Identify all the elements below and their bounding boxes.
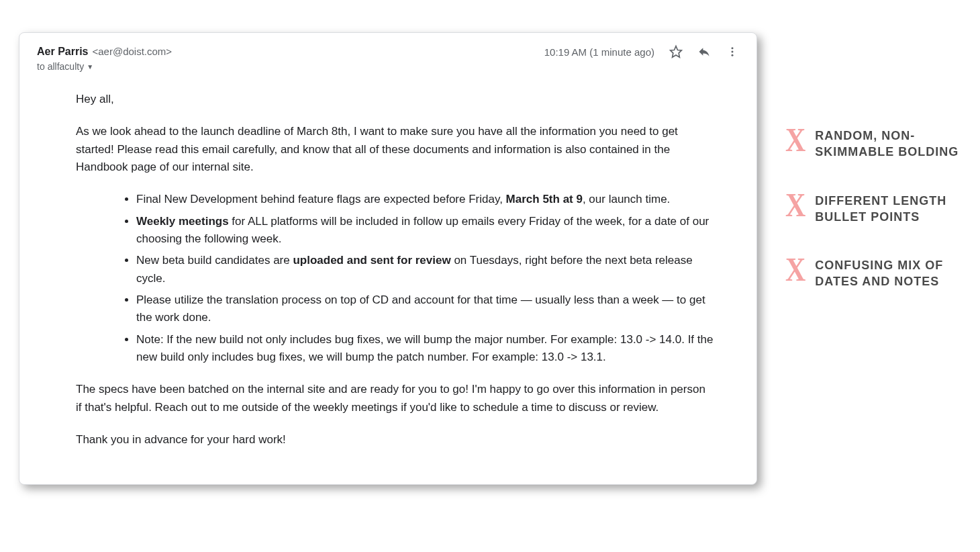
to-recipient: allfaculty xyxy=(48,61,84,72)
annotation-text: Different length bullet points xyxy=(815,193,967,226)
bullet-text: New beta build candidates are xyxy=(136,254,293,267)
svg-point-1 xyxy=(732,47,734,49)
intro-paragraph: As we look ahead to the launch deadline … xyxy=(76,123,714,176)
bullet-bold: March 5th at 9 xyxy=(506,193,583,205)
svg-point-2 xyxy=(732,51,734,53)
sender-name: Aer Parris xyxy=(37,46,89,58)
sender-email: <aer@doist.com> xyxy=(93,46,173,57)
x-mark-icon: X xyxy=(785,125,805,155)
x-mark-icon: X xyxy=(785,255,805,285)
reply-icon[interactable] xyxy=(697,45,711,58)
to-prefix: to xyxy=(37,61,45,72)
timestamp: 10:19 AM (1 minute ago) xyxy=(544,46,654,58)
annotation-text: Confusing mix of dates and notes xyxy=(815,257,967,290)
header-actions: 10:19 AM (1 minute ago) xyxy=(544,45,739,58)
annotation-item: X Random, non-skimmable bolding xyxy=(785,128,967,160)
list-item: Please utilize the translation process o… xyxy=(136,291,714,327)
annotation-item: X Different length bullet points xyxy=(785,193,967,226)
to-line[interactable]: to allfaculty ▼ xyxy=(37,61,739,72)
email-body: Hey all, As we look ahead to the launch … xyxy=(37,72,739,449)
bullet-bold: uploaded and sent for review xyxy=(293,254,450,267)
annotation-text: Random, non-skimmable bolding xyxy=(815,128,967,160)
bullet-list: Final New Development behind feature fla… xyxy=(76,191,714,366)
sender-block: Aer Parris <aer@doist.com> xyxy=(37,46,172,58)
more-icon[interactable] xyxy=(726,45,739,58)
svg-point-3 xyxy=(732,54,734,56)
annotation-item: X Confusing mix of dates and notes xyxy=(785,257,967,290)
email-header: Aer Parris <aer@doist.com> 10:19 AM (1 m… xyxy=(37,45,739,58)
annotations-panel: X Random, non-skimmable bolding X Differ… xyxy=(785,128,967,322)
list-item: Note: If the new build not only includes… xyxy=(136,331,714,367)
bullet-bold: Weekly meetings xyxy=(136,215,229,228)
svg-marker-0 xyxy=(671,46,682,58)
outro-paragraph: The specs have been batched on the inter… xyxy=(76,381,714,416)
bullet-text: Final New Development behind feature fla… xyxy=(136,193,506,205)
greeting: Hey all, xyxy=(76,91,714,108)
list-item: New beta build candidates are uploaded a… xyxy=(136,252,714,287)
closing: Thank you in advance for your hard work! xyxy=(76,431,714,449)
list-item: Final New Development behind feature fla… xyxy=(136,191,714,208)
bullet-text: , our launch time. xyxy=(583,193,670,205)
email-card: Aer Parris <aer@doist.com> 10:19 AM (1 m… xyxy=(19,32,757,485)
x-mark-icon: X xyxy=(785,190,805,220)
list-item: Weekly meetings for ALL platforms will b… xyxy=(136,213,714,248)
chevron-down-icon: ▼ xyxy=(87,63,93,71)
star-icon[interactable] xyxy=(669,45,683,58)
